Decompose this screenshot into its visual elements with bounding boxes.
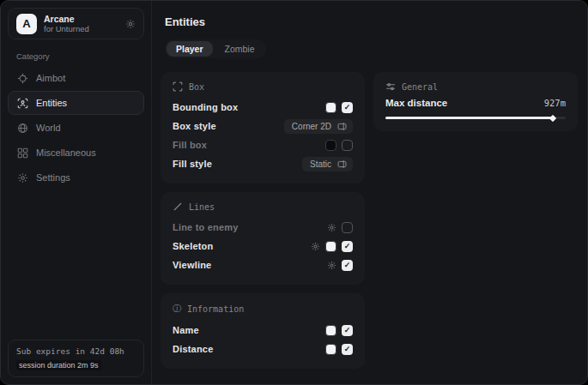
- category-label: Category: [16, 51, 144, 61]
- sidebar-item-label: Miscellaneous: [36, 147, 96, 158]
- setting-row-line-to-enemy: Line to enemy: [173, 218, 353, 237]
- sidebar: A Arcane for Unturned Category Aimbot: [1, 1, 152, 384]
- card-title: General: [402, 82, 438, 92]
- subscription-card: Sub expires in 42d 08h session duration …: [8, 340, 144, 377]
- color-swatch[interactable]: [325, 325, 336, 336]
- sidebar-item-settings[interactable]: Settings: [8, 165, 144, 189]
- slider-thumb[interactable]: [549, 114, 556, 121]
- box-card-header: Box: [173, 81, 353, 92]
- row-label: Viewline: [173, 260, 211, 270]
- information-card-header: ⓘ Information: [173, 303, 353, 315]
- app-titles: Arcane for Unturned: [44, 14, 118, 34]
- info-icon: ⓘ: [173, 303, 181, 315]
- line-icon: [173, 202, 183, 212]
- gear-icon[interactable]: [125, 19, 136, 29]
- grid-icon: [17, 147, 28, 159]
- checkbox-unchecked[interactable]: [342, 222, 353, 233]
- max-distance-row: Max distance 927m: [385, 98, 566, 108]
- sub-expires-text: Sub expires in 42d 08h: [16, 346, 136, 356]
- sidebar-item-aimbot[interactable]: Aimbot: [8, 66, 144, 90]
- gear-icon[interactable]: [327, 223, 336, 232]
- crosshair-icon: [17, 73, 28, 84]
- checkbox-checked[interactable]: ✓: [342, 102, 353, 113]
- max-distance-slider[interactable]: [385, 117, 566, 119]
- setting-row-name: Name ✓: [173, 321, 353, 340]
- sliders-icon: [385, 81, 396, 92]
- tab-player[interactable]: Player: [167, 41, 213, 57]
- app-window: A Arcane for Unturned Category Aimbot: [0, 0, 588, 385]
- tab-bar: Player Zombie: [165, 39, 266, 58]
- max-distance-label: Max distance: [385, 98, 447, 108]
- tab-zombie[interactable]: Zombie: [215, 41, 264, 57]
- session-duration-text: session duration 2m 9s: [16, 360, 101, 370]
- right-column: General Max distance 927m: [373, 72, 578, 131]
- gear-icon: [17, 172, 28, 183]
- select-icon: [337, 159, 347, 169]
- gear-icon[interactable]: [327, 261, 336, 270]
- row-label: Name: [173, 325, 199, 335]
- row-label: Bounding box: [173, 102, 238, 112]
- checkbox-unchecked[interactable]: [342, 140, 353, 151]
- sidebar-item-miscellaneous[interactable]: Miscellaneous: [8, 141, 144, 165]
- select-value: Corner 2D: [292, 122, 331, 131]
- sidebar-item-label: World: [36, 123, 61, 133]
- app-subtitle: for Unturned: [44, 24, 118, 33]
- card-title: Information: [187, 304, 244, 314]
- sidebar-item-entities[interactable]: Entities: [8, 91, 144, 115]
- sidebar-item-label: Aimbot: [36, 73, 65, 83]
- content-columns: Box Bounding box ✓ Box style Corner 2D: [161, 72, 578, 369]
- entities-scan-icon: [17, 98, 28, 109]
- left-column: Box Bounding box ✓ Box style Corner 2D: [161, 72, 365, 369]
- card-title: Lines: [189, 202, 215, 212]
- checkbox-checked[interactable]: ✓: [342, 344, 353, 355]
- general-card-header: General: [385, 81, 566, 92]
- setting-row-skeleton: Skeleton ✓: [173, 237, 353, 256]
- select-value: Static: [310, 159, 331, 169]
- app-title: Arcane: [44, 14, 118, 25]
- box-style-select[interactable]: Corner 2D: [284, 119, 353, 134]
- setting-row-box-style: Box style Corner 2D: [173, 117, 353, 135]
- row-label: Line to enemy: [173, 222, 239, 232]
- sidebar-item-world[interactable]: World: [8, 116, 144, 140]
- box-card: Box Bounding box ✓ Box style Corner 2D: [161, 72, 365, 183]
- checkbox-checked[interactable]: ✓: [342, 241, 353, 252]
- app-header-card: A Arcane for Unturned: [8, 8, 144, 39]
- lines-card-header: Lines: [173, 202, 353, 212]
- app-logo: A: [16, 14, 37, 34]
- sidebar-item-label: Settings: [36, 172, 70, 183]
- information-card: ⓘ Information Name ✓ Distance: [161, 293, 365, 369]
- slider-fill: [385, 117, 553, 119]
- gear-icon[interactable]: [311, 242, 320, 251]
- row-label: Fill box: [173, 140, 207, 150]
- color-swatch[interactable]: [325, 344, 336, 355]
- lines-card: Lines Line to enemy: [161, 192, 365, 285]
- setting-row-fill-box: Fill box: [173, 135, 353, 154]
- page-title: Entities: [165, 15, 578, 28]
- select-icon: [337, 122, 347, 131]
- sidebar-item-label: Entities: [36, 98, 67, 108]
- main-content: Entities Player Zombie Box: [152, 1, 588, 384]
- card-title: Box: [189, 82, 204, 92]
- general-card: General Max distance 927m: [373, 72, 578, 131]
- globe-icon: [17, 123, 28, 134]
- setting-row-viewline: Viewline ✓: [173, 256, 353, 274]
- color-swatch[interactable]: [325, 102, 336, 113]
- row-label: Box style: [173, 121, 216, 131]
- checkbox-checked[interactable]: ✓: [342, 325, 353, 336]
- setting-row-fill-style: Fill style Static: [173, 154, 353, 173]
- max-distance-value: 927m: [544, 98, 566, 108]
- color-swatch[interactable]: [325, 241, 336, 252]
- setting-row-distance: Distance ✓: [173, 340, 353, 358]
- box-corners-icon: [173, 81, 183, 92]
- checkbox-checked[interactable]: ✓: [342, 260, 353, 271]
- fill-style-select[interactable]: Static: [302, 157, 353, 171]
- row-label: Distance: [173, 344, 213, 354]
- setting-row-bounding-box: Bounding box ✓: [173, 98, 353, 117]
- row-label: Fill style: [173, 159, 212, 169]
- color-swatch[interactable]: [325, 140, 336, 151]
- row-label: Skeleton: [173, 241, 213, 251]
